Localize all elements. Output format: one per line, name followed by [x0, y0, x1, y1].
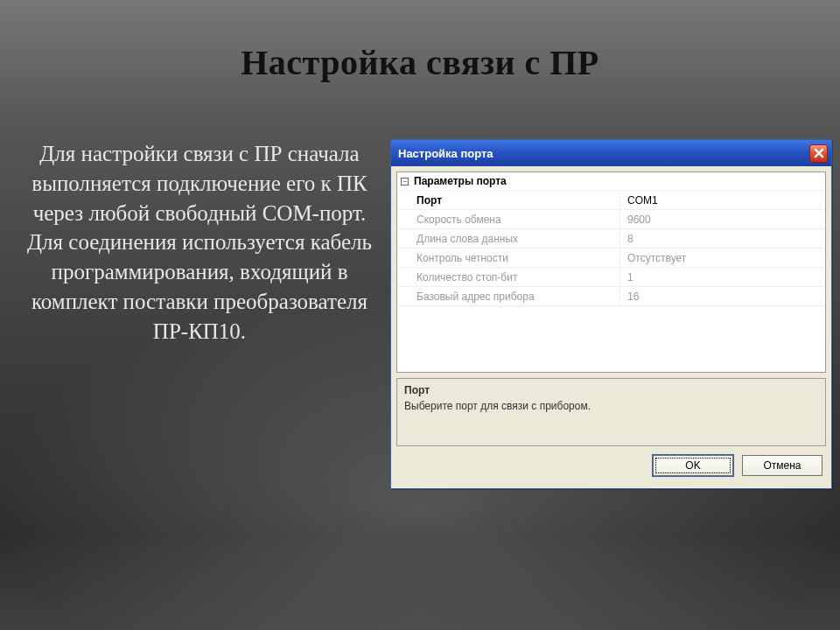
property-value[interactable]: 9600	[620, 210, 825, 228]
property-row[interactable]: Базовый адрес прибора16	[397, 287, 825, 306]
property-grid[interactable]: − Параметры порта ПортCOM1Скорость обмен…	[396, 172, 826, 373]
property-row[interactable]: Контроль четностиОтсутствует	[397, 248, 825, 268]
close-icon	[814, 148, 824, 158]
property-row[interactable]: Количество стоп-бит1	[397, 268, 825, 287]
property-name: Количество стоп-бит	[397, 268, 620, 286]
dialog-title: Настройка порта	[398, 147, 809, 160]
property-value[interactable]: 16	[620, 287, 825, 305]
property-help-text: Выберите порт для связи с прибором.	[404, 400, 818, 412]
property-value[interactable]: COM1	[620, 191, 825, 209]
property-value[interactable]: 1	[620, 268, 825, 286]
property-group-header[interactable]: − Параметры порта	[397, 172, 825, 191]
property-name: Базовый адрес прибора	[397, 287, 620, 305]
port-settings-dialog: Настройка порта − Параметры порта ПортCO…	[390, 139, 832, 489]
property-group-label: Параметры порта	[414, 175, 507, 187]
property-value[interactable]: Отсутствует	[620, 248, 825, 267]
property-row[interactable]: ПортCOM1	[397, 191, 825, 210]
cancel-button[interactable]: Отмена	[742, 455, 822, 476]
property-rows: ПортCOM1Скорость обмена9600Длина слова д…	[397, 191, 825, 306]
description-column: Для настройки связи с ПР сначала выполня…	[9, 139, 385, 346]
property-row[interactable]: Длина слова данных8	[397, 229, 825, 248]
dialog-titlebar[interactable]: Настройка порта	[391, 140, 831, 166]
property-row[interactable]: Скорость обмена9600	[397, 210, 825, 229]
collapse-icon[interactable]: −	[401, 178, 409, 186]
dialog-column: Настройка порта − Параметры порта ПортCO…	[385, 139, 832, 489]
property-name: Контроль четности	[397, 248, 620, 267]
close-button[interactable]	[809, 144, 828, 163]
property-help: Порт Выберите порт для связи с прибором.	[396, 378, 826, 446]
property-value[interactable]: 8	[620, 229, 825, 248]
property-name: Длина слова данных	[397, 229, 620, 248]
property-name: Порт	[397, 191, 620, 209]
content-row: Для настройки связи с ПР сначала выполня…	[0, 139, 840, 489]
description-text: Для настройки связи с ПР сначала выполня…	[21, 139, 378, 346]
property-name: Скорость обмена	[397, 210, 620, 228]
dialog-body: − Параметры порта ПортCOM1Скорость обмен…	[391, 166, 831, 488]
slide-title: Настройка связи с ПР	[0, 0, 840, 83]
dialog-buttons: OK Отмена	[396, 446, 826, 483]
ok-button[interactable]: OK	[653, 455, 733, 476]
property-help-title: Порт	[404, 384, 818, 396]
